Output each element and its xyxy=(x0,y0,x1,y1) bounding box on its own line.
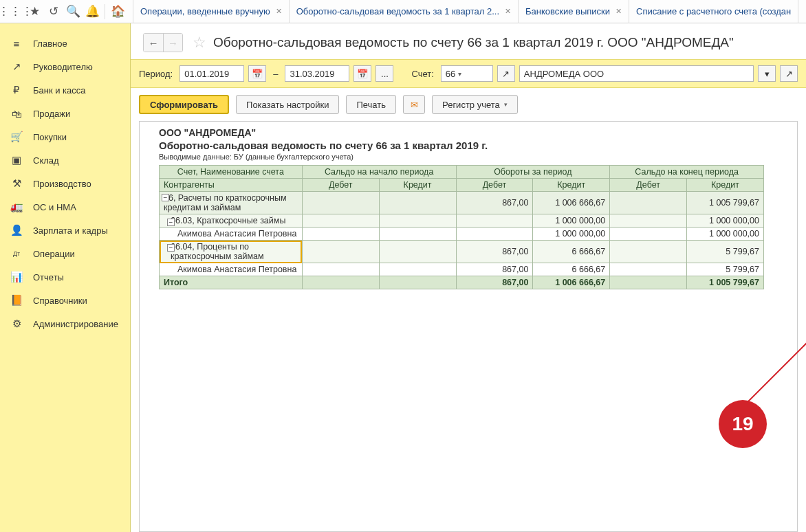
forward-button[interactable]: → xyxy=(163,34,182,52)
home-icon[interactable]: 🏠 xyxy=(111,5,124,19)
cell: 1 000 000,00 xyxy=(687,228,764,241)
calendar-from-button[interactable]: 📅 xyxy=(248,65,266,82)
print-button[interactable]: Печать xyxy=(346,95,396,114)
tab-3[interactable]: Списание с расчетного счета (создан xyxy=(629,0,798,23)
org-dropdown-button[interactable]: ▾ xyxy=(758,65,776,82)
sidebar-item-label: Справочники xyxy=(33,296,87,306)
th-credit: Кредит xyxy=(379,179,456,192)
table-row[interactable]: 66, Расчеты по краткосрочным кредитам и … xyxy=(160,192,764,214)
show-settings-button[interactable]: Показать настройки xyxy=(236,95,339,114)
factory-icon: ⚒ xyxy=(10,177,23,190)
sidebar-item-bank[interactable]: ₽Банк и касса xyxy=(0,78,130,102)
sidebar-item-manager[interactable]: ↗Руководителю xyxy=(0,55,130,78)
history-icon[interactable]: ↺ xyxy=(47,5,61,19)
tab-label: Оборотно-сальдовая ведомость за 1 кварта… xyxy=(296,6,499,16)
favorite-icon[interactable]: ☆ xyxy=(193,34,206,52)
table-row[interactable]: 66.03, Краткосрочные займы 1 000 000,00 … xyxy=(160,214,764,228)
row-name: 66.04, Проценты по краткосрочным займам xyxy=(160,241,303,263)
action-bar: Сформировать Показать настройки Печать ✉… xyxy=(131,88,806,121)
bell-icon[interactable]: 🔔 xyxy=(85,5,99,19)
account-input[interactable]: 66▾ xyxy=(441,65,493,82)
org-open-button[interactable]: ↗ xyxy=(780,65,798,82)
close-icon[interactable]: ✕ xyxy=(505,7,511,16)
cell: 867,00 xyxy=(456,263,533,276)
table-row[interactable]: Акимова Анастасия Петровна 867,00 6 666,… xyxy=(160,263,764,276)
tree-toggle[interactable]: − xyxy=(167,244,175,252)
th-credit: Кредит xyxy=(533,179,610,192)
date-to-input[interactable]: 31.03.2019 xyxy=(285,65,349,82)
cell xyxy=(610,192,687,214)
sidebar-item-admin[interactable]: ⚙Администрирование xyxy=(0,312,130,335)
sidebar-item-reports[interactable]: 📊Отчеты xyxy=(0,265,130,289)
sidebar-item-label: Банк и касса xyxy=(33,85,86,96)
tab-label: Операции, введенные вручную xyxy=(140,6,270,16)
cell xyxy=(456,228,533,241)
sidebar-item-directories[interactable]: 📙Справочники xyxy=(0,289,130,312)
sidebar-item-label: Главное xyxy=(33,38,67,49)
annotation-number: 19 xyxy=(732,413,753,435)
tab-2[interactable]: Банковские выписки ✕ xyxy=(518,0,629,23)
register-button[interactable]: Регистр учета▾ xyxy=(432,95,518,114)
topbar: ⋮⋮⋮ ★ ↺ 🔍 🔔 🏠 Операции, введенные вручну… xyxy=(0,0,806,23)
search-icon[interactable]: 🔍 xyxy=(66,5,80,19)
report-subtitle: Выводимые данные: БУ (данные бухгалтерск… xyxy=(159,153,792,161)
generate-button[interactable]: Сформировать xyxy=(139,95,229,114)
cell: 5 799,67 xyxy=(687,263,764,276)
sidebar-item-production[interactable]: ⚒Производство xyxy=(0,172,130,195)
person-icon: 👤 xyxy=(10,223,23,237)
cell: 1 000 000,00 xyxy=(533,228,610,241)
table-row[interactable]: Акимова Анастасия Петровна 1 000 000,00 … xyxy=(160,228,764,241)
cell xyxy=(610,228,687,241)
th-close: Сальдо на конец периода xyxy=(610,166,764,179)
chevron-down-icon: ▾ xyxy=(458,70,461,78)
report-area[interactable]: ООО "АНДРОМЕДА" Оборотно-сальдовая ведом… xyxy=(139,121,798,532)
ruble-icon: ₽ xyxy=(10,83,23,97)
page-title: Оборотно-сальдовая ведомость по счету 66… xyxy=(213,35,734,50)
total-label: Итого xyxy=(160,276,303,289)
table-row[interactable]: 66.04, Проценты по краткосрочным займам … xyxy=(160,241,764,263)
sidebar-item-purchases[interactable]: 🛒Покупки xyxy=(0,125,130,148)
cell xyxy=(379,228,456,241)
cell xyxy=(610,214,687,228)
tab-0[interactable]: Операции, введенные вручную ✕ xyxy=(133,0,289,23)
sidebar-item-label: Продажи xyxy=(33,109,70,119)
cell: 867,00 xyxy=(456,241,533,263)
back-button[interactable]: ← xyxy=(144,34,163,52)
period-label: Период: xyxy=(139,69,173,79)
email-button[interactable]: ✉ xyxy=(403,95,425,114)
period-picker-button[interactable]: ... xyxy=(375,65,393,82)
dtkt-icon: Дт xyxy=(10,247,23,261)
sidebar-item-hr[interactable]: 👤Зарплата и кадры xyxy=(0,219,130,242)
th-debit: Дебет xyxy=(302,179,379,192)
sidebar-item-operations[interactable]: ДтОперации xyxy=(0,242,130,265)
sidebar-item-label: Склад xyxy=(33,155,59,166)
tab-1[interactable]: Оборотно-сальдовая ведомость за 1 кварта… xyxy=(289,0,518,23)
tree-toggle[interactable]: − xyxy=(167,219,175,226)
calendar-to-button[interactable]: 📅 xyxy=(353,65,371,82)
sidebar-item-assets[interactable]: 🚛ОС и НМА xyxy=(0,195,130,219)
org-input[interactable]: АНДРОМЕДА ООО xyxy=(519,65,754,82)
account-open-button[interactable]: ↗ xyxy=(497,65,515,82)
account-value: 66 xyxy=(446,69,455,79)
th-counterparty: Контрагенты xyxy=(160,179,303,192)
close-icon[interactable]: ✕ xyxy=(616,7,622,16)
cell xyxy=(302,241,379,263)
cell: 1 005 799,67 xyxy=(687,192,764,214)
tabs: Операции, введенные вручную ✕ Оборотно-с… xyxy=(133,0,802,23)
sidebar-item-warehouse[interactable]: ▣Склад xyxy=(0,148,130,172)
th-debit: Дебет xyxy=(610,179,687,192)
star-icon[interactable]: ★ xyxy=(28,5,41,19)
table-row-total[interactable]: Итого 867,00 1 006 666,67 1 005 799,67 xyxy=(160,276,764,289)
sidebar-item-sales[interactable]: 🛍Продажи xyxy=(0,102,130,125)
tree-toggle[interactable]: − xyxy=(162,194,169,201)
cell: 6 666,67 xyxy=(533,241,610,263)
bag-icon: 🛍 xyxy=(10,107,23,120)
sidebar-item-main[interactable]: ≡Главное xyxy=(0,32,130,55)
cell xyxy=(379,276,456,289)
date-from-input[interactable]: 01.01.2019 xyxy=(179,65,244,82)
close-icon[interactable]: ✕ xyxy=(276,7,282,16)
sidebar-item-label: Покупки xyxy=(33,132,67,142)
cell: 5 799,67 xyxy=(687,241,764,263)
apps-icon[interactable]: ⋮⋮⋮ xyxy=(8,5,22,19)
cell xyxy=(302,192,379,214)
